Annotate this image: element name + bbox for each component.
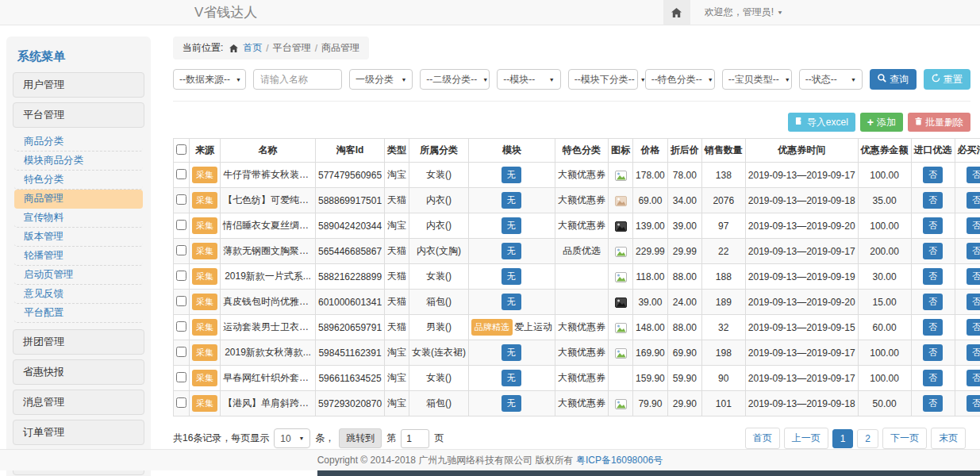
home-button[interactable] [663,0,690,25]
sidebar-item[interactable]: 意见反馈 [14,285,143,304]
jump-to-button[interactable]: 跳转到 [339,428,382,448]
sidebar-item[interactable]: 模块商品分类 [14,152,143,171]
column-header: 淘客Id [316,139,385,163]
coupon-amount: 15.00 [858,290,911,315]
filter-select[interactable]: --二级分类--▼ [420,69,490,90]
page-button[interactable]: 末页 [931,428,966,449]
import-select-toggle[interactable]: 否 [923,370,943,386]
sidebar-item[interactable]: 轮播管理 [14,247,143,266]
import-select-toggle[interactable]: 否 [923,243,943,259]
column-header: 价格 [633,139,668,163]
import-select-toggle[interactable]: 否 [923,344,943,361]
search-button[interactable]: 查询 [870,69,917,90]
import-select-toggle[interactable]: 否 [923,217,943,234]
name-search-input[interactable] [253,69,342,90]
sidebar-section-platform-management[interactable]: 平台管理 [13,102,144,128]
page-button[interactable]: 下一页 [882,428,927,449]
sidebar-item[interactable]: 平台配置 [14,304,143,323]
copyright-text: Copyright © 2014-2018 广州九驰网络科技有限公司 版权所有 [317,454,574,467]
icp-link[interactable]: 粤ICP备16098006号 [576,454,663,467]
product-image-icon [615,347,627,358]
filter-select[interactable]: --宝贝类型--▼ [722,69,792,90]
must-buy-toggle[interactable]: 否 [967,268,980,285]
row-checkbox[interactable] [176,347,186,357]
must-buy-toggle[interactable]: 否 [967,344,980,361]
product-category: 内衣() [409,213,469,239]
row-checkbox[interactable] [176,194,186,205]
unit-label: 条， [315,432,334,445]
source-badge: 采集 [192,167,217,183]
sidebar-item[interactable]: 版本管理 [14,228,143,247]
product-name: 2019新款一片式系... [221,264,316,290]
row-checkbox[interactable] [176,397,186,408]
import-excel-button[interactable]: 导入excel [788,113,855,132]
coupon-amount: 100.00 [858,340,911,366]
taoke-id: 588216228899 [316,264,385,290]
must-buy-toggle[interactable]: 否 [967,319,980,336]
search-icon [878,74,886,85]
row-checkbox[interactable] [176,296,186,306]
import-select-toggle[interactable]: 否 [923,167,943,183]
import-select-toggle[interactable]: 否 [923,395,943,412]
sidebar-section[interactable]: 拼团管理 [13,329,144,355]
sidebar-section[interactable]: 消息管理 [13,390,144,415]
product-image-icon [615,194,627,205]
module-badge: 品牌精选 [471,319,513,336]
row-checkbox[interactable] [176,372,186,382]
sidebar-section[interactable]: 省惠快报 [13,359,144,385]
table-row: 采集 【港风】单肩斜跨链条... 597293020870 淘宝 箱包() 无 … [174,391,980,416]
chevron-down-icon: ▼ [236,77,241,83]
filter-select[interactable]: --模块--▼ [497,69,560,90]
breadcrumb-home-link[interactable]: 首页 [243,41,262,55]
sidebar-section-user-management[interactable]: 用户管理 [13,72,144,98]
must-buy-toggle[interactable]: 否 [967,370,980,386]
row-checkbox[interactable] [176,321,186,332]
must-buy-toggle[interactable]: 否 [967,294,980,310]
module-badge: 无 [502,344,521,361]
batch-delete-button[interactable]: 批量删除 [908,113,970,132]
sidebar-item[interactable]: 宣传物料 [14,209,143,228]
filter-select[interactable]: --模块下分类--▼ [568,69,638,90]
sidebar-item[interactable]: 商品分类 [14,132,143,152]
import-select-toggle[interactable]: 否 [923,268,943,285]
import-select-toggle[interactable]: 否 [923,192,943,209]
coupon-time: 2019-09-13—2019-09-15 [745,315,858,340]
page-button[interactable]: 首页 [745,428,780,449]
must-buy-toggle[interactable]: 否 [967,395,980,412]
sidebar-item[interactable]: 商品管理 [14,190,143,209]
user-menu[interactable]: 欢迎您，管理员!▼ [705,6,783,19]
must-buy-toggle[interactable]: 否 [967,243,980,259]
must-buy-toggle[interactable]: 否 [967,192,980,209]
sidebar-item[interactable]: 特色分类 [14,171,143,190]
page-button[interactable]: 2 [857,429,878,448]
select-all-checkbox[interactable] [176,144,186,155]
add-button[interactable]: + 添加 [860,113,903,132]
chevron-down-icon: ▼ [549,77,555,83]
row-checkbox[interactable] [176,169,186,179]
sales-count: 2076 [701,188,745,213]
column-header: 优惠券金额 [858,139,911,163]
must-buy-toggle[interactable]: 否 [967,167,980,183]
filter-select-data-source[interactable]: --数据来源--▼ [173,69,246,90]
product-name: 运动套装男士卫衣初秋... [221,315,316,340]
import-select-toggle[interactable]: 否 [923,319,943,336]
page-button[interactable]: 1 [832,429,854,448]
table-row: 采集 运动套装男士卫衣初秋... 589620659791 天猫 男装() 品牌… [174,315,980,340]
filter-select[interactable]: 一级分类▼ [349,69,413,90]
page-button[interactable]: 上一页 [784,428,828,449]
must-buy-toggle[interactable]: 否 [967,217,980,234]
filter-select[interactable]: --特色分类--▼ [645,69,715,90]
row-checkbox[interactable] [176,271,186,281]
row-checkbox[interactable] [176,245,186,255]
sidebar-item[interactable]: 启动页管理 [14,266,143,285]
import-select-toggle[interactable]: 否 [923,294,943,310]
table-row: 采集 牛仔背带裤女秋装减龄... 577479560965 淘宝 女装() 无 … [174,163,980,188]
reset-button[interactable]: 重置 [924,69,970,90]
row-checkbox[interactable] [176,220,186,230]
sales-count: 22 [701,239,745,264]
sidebar-section[interactable]: 订单管理 [13,420,144,445]
page-number-input[interactable] [401,429,429,448]
page-size-select[interactable]: 10▼ [274,428,310,448]
coupon-time: 2019-09-13—2019-09-17 [745,163,858,188]
filter-select[interactable]: --状态--▼ [799,69,863,90]
